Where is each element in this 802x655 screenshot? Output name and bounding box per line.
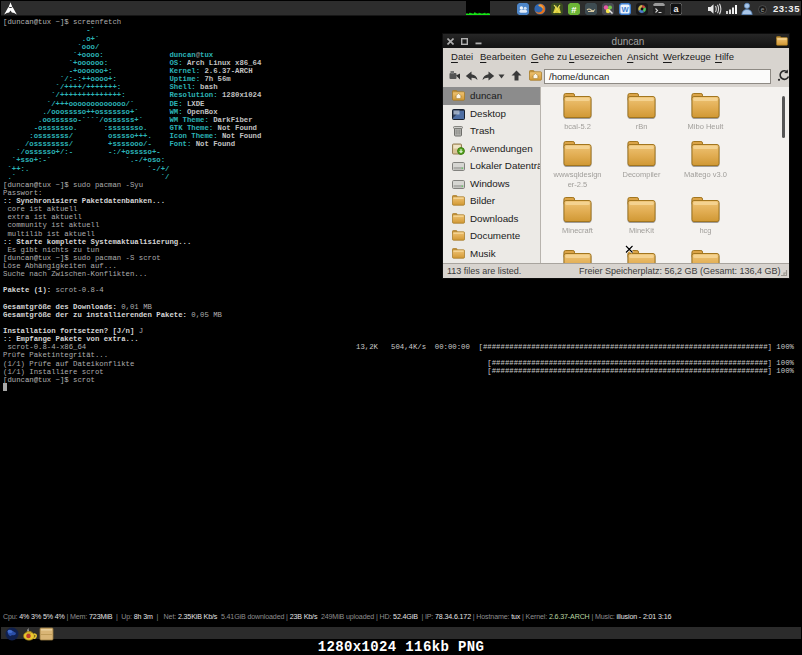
svg-text:#: # (571, 3, 577, 14)
svg-text:e: e (761, 6, 765, 13)
svg-text:W: W (621, 5, 629, 14)
